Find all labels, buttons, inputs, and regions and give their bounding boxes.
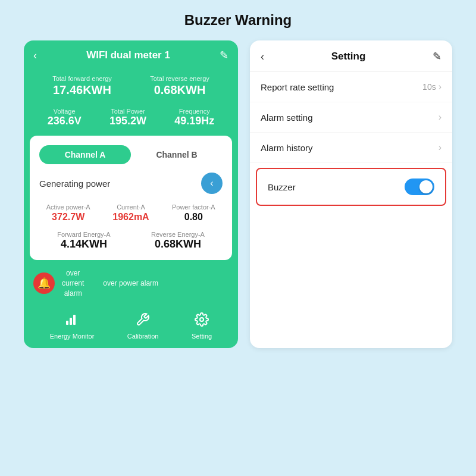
power-grid: Active power-A 372.7W Current-A 1962mA P… xyxy=(39,203,223,223)
report-rate-value: 10s xyxy=(422,82,436,92)
nav-setting[interactable]: Setting xyxy=(192,312,212,340)
nav-setting-label: Setting xyxy=(192,333,212,340)
voltage-value: 236.6V xyxy=(48,115,82,127)
svg-point-3 xyxy=(200,318,203,321)
active-power: Active power-A 372.7W xyxy=(39,203,97,223)
alarm-bar: 🔔 over current alarm over power alarm xyxy=(24,260,238,306)
stats-row: Voltage 236.6V Total Power 195.2W Freque… xyxy=(24,104,238,136)
power-stat: Total Power 195.2W xyxy=(109,108,146,127)
reverse-energy: Total reverse energy 0.68KWH xyxy=(150,75,209,97)
setting-edit-icon[interactable]: ✎ xyxy=(433,50,441,63)
back-icon[interactable]: ‹ xyxy=(33,49,37,62)
buzzer-label: Buzzer xyxy=(268,182,296,192)
reverse-energy-label: Total reverse energy xyxy=(150,75,209,82)
power-factor: Power factor-A 0.80 xyxy=(165,203,223,223)
alarm-bell-icon: 🔔 xyxy=(33,273,55,294)
setting-header: ‹ Setting ✎ xyxy=(250,40,452,72)
power-factor-value: 0.80 xyxy=(184,212,203,223)
alarm-history-right: › xyxy=(439,142,441,153)
edit-icon[interactable]: ✎ xyxy=(220,49,228,62)
page-title: Buzzer Warning xyxy=(184,12,292,29)
channel-tabs: Channel A Channel B xyxy=(39,145,223,164)
alarm-setting-item[interactable]: Alarm setting › xyxy=(250,102,452,133)
forward-energy-value: 17.46KWH xyxy=(53,83,111,97)
toggle-track xyxy=(405,178,434,195)
energy-monitor-icon xyxy=(65,312,79,330)
nav-calibration[interactable]: Calibration xyxy=(127,312,159,340)
voltage-label: Voltage xyxy=(54,108,76,115)
report-rate-item[interactable]: Report rate setting 10s › xyxy=(250,72,452,102)
forward-energy-label: Total forward energy xyxy=(52,75,112,82)
alarm-setting-label: Alarm setting xyxy=(261,112,313,123)
reverse-energy-a: Reverse Energy-A 0.68KWH xyxy=(133,231,223,250)
current: Current-A 1962mA xyxy=(102,203,159,223)
alarm-setting-chevron-icon: › xyxy=(439,112,441,123)
channel-b-tab[interactable]: Channel B xyxy=(131,145,223,164)
current-label: Current-A xyxy=(117,203,145,211)
reverse-energy-a-value: 0.68KWH xyxy=(155,238,201,250)
forward-energy-a-label: Forward Energy-A xyxy=(57,231,110,238)
reverse-energy-a-label: Reverse Energy-A xyxy=(151,231,205,238)
chevron-left-icon: ‹ xyxy=(210,178,213,189)
alarm-history-label: Alarm history xyxy=(261,143,313,153)
setting-title: Setting xyxy=(331,51,366,62)
freq-label: Frequency xyxy=(179,108,210,115)
svg-rect-1 xyxy=(70,318,72,325)
channel-a-tab[interactable]: Channel A xyxy=(39,145,131,164)
setting-icon xyxy=(195,312,209,330)
energy-bottom-grid: Forward Energy-A 4.14KWH Reverse Energy-… xyxy=(39,231,223,250)
panel-header: ‹ WIFI dual meter 1 ✎ xyxy=(24,40,238,70)
alarm-history-chevron-icon: › xyxy=(439,142,441,153)
panels-container: ‹ WIFI dual meter 1 ✎ Total forward ener… xyxy=(12,40,464,348)
alarm-history-item[interactable]: Alarm history › xyxy=(250,133,452,163)
nav-energy-monitor[interactable]: Energy Monitor xyxy=(50,312,95,340)
right-panel: ‹ Setting ✎ Report rate setting 10s › Al… xyxy=(250,40,452,348)
circle-nav-btn[interactable]: ‹ xyxy=(201,173,223,194)
energy-row: Total forward energy 17.46KWH Total reve… xyxy=(24,70,238,104)
device-title: WIFI dual meter 1 xyxy=(86,49,170,61)
power-label: Total Power xyxy=(111,108,145,115)
generating-row: Generating power ‹ xyxy=(39,173,223,194)
active-power-label: Active power-A xyxy=(46,203,90,211)
main-content: Channel A Channel B Generating power ‹ A… xyxy=(30,136,232,260)
buzzer-toggle[interactable] xyxy=(405,178,434,195)
forward-energy-a-value: 4.14KWH xyxy=(61,238,107,250)
generating-label: Generating power xyxy=(39,178,110,189)
reverse-energy-value: 0.68KWH xyxy=(154,83,206,97)
power-value: 195.2W xyxy=(109,115,146,127)
forward-energy: Total forward energy 17.46KWH xyxy=(52,75,112,97)
report-rate-right: 10s › xyxy=(422,82,441,92)
forward-energy-a: Forward Energy-A 4.14KWH xyxy=(39,231,129,250)
over-power-alarm-text: over power alarm xyxy=(103,278,158,289)
freq-value: 49.19Hz xyxy=(174,115,214,127)
power-factor-label: Power factor-A xyxy=(172,203,215,211)
svg-rect-2 xyxy=(73,315,76,325)
report-rate-chevron-icon: › xyxy=(439,82,441,92)
active-power-value: 372.7W xyxy=(52,212,84,223)
freq-stat: Frequency 49.19Hz xyxy=(174,108,214,127)
buzzer-item[interactable]: Buzzer xyxy=(256,168,446,206)
setting-back-icon[interactable]: ‹ xyxy=(261,51,264,63)
nav-calibration-label: Calibration xyxy=(127,333,159,340)
toggle-thumb xyxy=(419,180,433,193)
over-current-alarm-text: over current alarm xyxy=(62,268,84,298)
alarm-setting-right: › xyxy=(439,112,441,123)
calibration-icon xyxy=(136,312,150,330)
current-value: 1962mA xyxy=(112,212,149,223)
bottom-nav: Energy Monitor Calibration Setting xyxy=(24,306,238,348)
left-panel: ‹ WIFI dual meter 1 ✎ Total forward ener… xyxy=(24,40,238,348)
report-rate-label: Report rate setting xyxy=(261,82,334,92)
svg-rect-0 xyxy=(66,321,68,325)
voltage-stat: Voltage 236.6V xyxy=(48,108,82,127)
nav-energy-monitor-label: Energy Monitor xyxy=(50,333,95,340)
